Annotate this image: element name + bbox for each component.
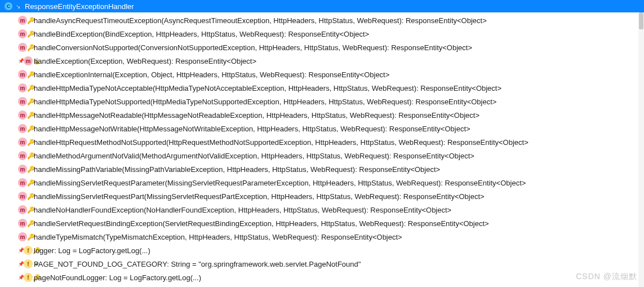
member-icon-stack: m🔑 [18,97,34,106]
protected-visibility-icon: 🔑 [28,193,34,199]
member-row[interactable]: m🔑handleMethodArgumentNotValid(MethodArg… [0,149,644,162]
member-icon-stack: 📌m🔓 [18,56,34,65]
member-icon-stack: m🔑 [18,192,34,201]
member-signature: handleHttpMediaTypeNotSupported(HttpMedi… [34,98,496,106]
member-row[interactable]: m🔑handleConversionNotSupported(Conversio… [0,41,644,54]
member-signature: PAGE_NOT_FOUND_LOG_CATEGORY: String = "o… [34,260,361,268]
protected-visibility-icon: 🔑 [28,207,34,213]
member-row[interactable]: m🔑handleMissingServletRequestPart(Missin… [0,189,644,203]
member-row[interactable]: m🔑handleHttpRequestMethodNotSupported(Ht… [0,135,644,149]
method-icon: m [18,43,27,52]
member-row[interactable]: 📌f🔑pageNotFoundLogger: Log = LogFactory.… [0,271,644,284]
member-icon-stack: m🔑 [18,16,34,25]
member-row[interactable]: m🔑handleHttpMediaTypeNotSupported(HttpMe… [0,95,644,108]
method-icon: m [18,192,27,201]
structure-header[interactable]: C ↘ ResponseEntityExceptionHandler [0,0,644,12]
member-icon-stack: m🔑 [18,138,34,147]
protected-visibility-icon: 🔑 [28,139,34,145]
pin-icon: 📌 [18,261,24,267]
protected-visibility-icon: 🔑 [28,153,34,158]
member-row[interactable]: m🔑handleMissingServletRequestParameter(M… [0,176,644,189]
method-icon: m [18,111,27,120]
member-row[interactable]: m🔑handleServletRequestBindingException(S… [0,217,644,230]
member-signature: logger: Log = LogFactory.getLog(...) [34,246,150,255]
method-icon: m [18,29,27,38]
member-row[interactable]: m🔑handleMissingPathVariable(MissingPathV… [0,162,644,176]
member-signature: handleMissingServletRequestParameter(Mis… [34,179,526,187]
member-signature: handleBindException(BindException, HttpH… [34,30,369,38]
member-row[interactable]: m🔑handleExceptionInternal(Exception, Obj… [0,68,644,81]
method-icon: m [18,165,27,174]
member-row[interactable]: 📌f🔑logger: Log = LogFactory.getLog(...) [0,244,644,257]
member-row[interactable]: m🔑handleAsyncRequestTimeoutException(Asy… [0,14,644,27]
member-list: m🔑handleAsyncRequestTimeoutException(Asy… [0,12,644,285]
member-row[interactable]: m🔑handleTypeMismatch(TypeMismatchExcepti… [0,230,644,244]
member-signature: handleTypeMismatch(TypeMismatchException… [34,233,402,241]
member-row[interactable]: m🔑handleNoHandlerFoundException(NoHandle… [0,203,644,217]
pin-icon: 📌 [18,275,24,280]
method-icon: m [18,178,27,187]
member-icon-stack: 📌f🔑 [18,273,34,282]
member-row[interactable]: m🔑handleHttpMediaTypeNotAcceptable(HttpM… [0,81,644,95]
member-icon-stack: m🔑 [18,111,34,120]
member-icon-stack: m🔑 [18,83,34,92]
member-icon-stack: m🔑 [18,70,34,79]
method-icon: m [18,138,27,147]
pin-icon: 📌 [18,248,24,253]
member-icon-stack: m🔑 [18,29,34,38]
class-icon: C [5,2,12,10]
scrollbar-thumb[interactable] [639,12,643,29]
member-row[interactable]: 📌f●PAGE_NOT_FOUND_LOG_CATEGORY: String =… [0,257,644,271]
member-row[interactable]: m🔑handleHttpMessageNotReadable(HttpMessa… [0,108,644,122]
vertical-scrollbar[interactable] [638,12,644,285]
protected-visibility-icon: 🔑 [28,45,34,50]
method-icon: m [18,124,27,133]
member-icon-stack: m🔑 [18,124,34,133]
member-row[interactable]: m🔑handleHttpMessageNotWritable(HttpMessa… [0,122,644,135]
method-icon: m [18,219,27,228]
member-icon-stack: m🔑 [18,178,34,187]
member-icon-stack: m🔑 [18,219,34,228]
member-signature: handleHttpMediaTypeNotAcceptable(HttpMed… [34,84,501,92]
member-signature: handleHttpRequestMethodNotSupported(Http… [34,138,528,147]
member-signature: handleConversionNotSupported(ConversionN… [34,43,472,52]
member-icon-stack: m🔑 [18,232,34,241]
inherit-arrow-icon: ↘ [16,3,21,9]
pin-icon: 📌 [18,58,24,64]
method-icon: m [24,56,33,65]
protected-visibility-icon: 🔑 [28,234,34,240]
member-signature: handleExceptionInternal(Exception, Objec… [34,70,389,79]
method-icon: m [18,232,27,241]
method-icon: m [18,205,27,214]
protected-visibility-icon: 🔑 [28,17,34,23]
class-title: ResponseEntityExceptionHandler [25,2,134,11]
protected-visibility-icon: 🔑 [28,126,34,131]
protected-visibility-icon: 🔑 [28,180,34,186]
protected-visibility-icon: 🔑 [28,99,34,104]
member-signature: handleException(Exception, WebRequest): … [34,57,256,65]
member-signature: handleMethodArgumentNotValid(MethodArgum… [34,152,474,160]
method-icon: m [18,16,27,25]
member-icon-stack: m🔑 [18,205,34,214]
member-signature: handleMissingPathVariable(MissingPathVar… [34,165,440,174]
member-icon-stack: 📌f● [18,259,34,268]
protected-visibility-icon: 🔑 [28,112,34,118]
member-signature: handleAsyncRequestTimeoutException(Async… [34,16,487,25]
method-icon: m [18,151,27,160]
member-signature: pageNotFoundLogger: Log = LogFactory.get… [34,273,201,282]
member-signature: handleMissingServletRequestPart(MissingS… [34,192,485,201]
member-icon-stack: m🔑 [18,43,34,52]
method-icon: m [18,97,27,106]
member-signature: handleNoHandlerFoundException(NoHandlerF… [34,206,451,214]
protected-visibility-icon: 🔑 [28,72,34,77]
protected-visibility-icon: 🔑 [28,85,34,91]
member-row[interactable]: 📌m🔓handleException(Exception, WebRequest… [0,54,644,68]
protected-visibility-icon: 🔑 [28,31,34,37]
method-icon: m [18,83,27,92]
member-icon-stack: m🔑 [18,165,34,174]
field-icon: f [24,259,33,268]
member-icon-stack: 📌f🔑 [18,246,34,255]
member-row[interactable]: m🔑handleBindException(BindException, Htt… [0,27,644,41]
member-icon-stack: m🔑 [18,151,34,160]
field-icon: f [24,246,33,255]
